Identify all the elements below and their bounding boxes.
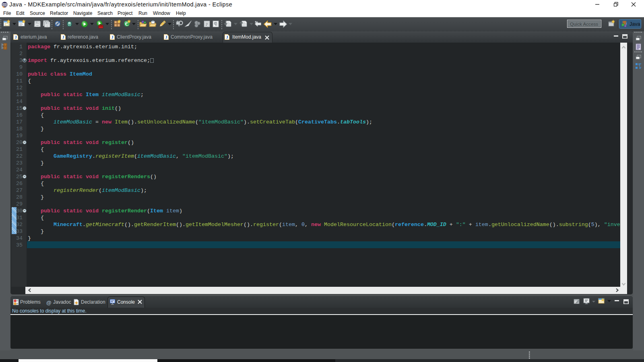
svg-text:@: @ <box>46 300 52 306</box>
